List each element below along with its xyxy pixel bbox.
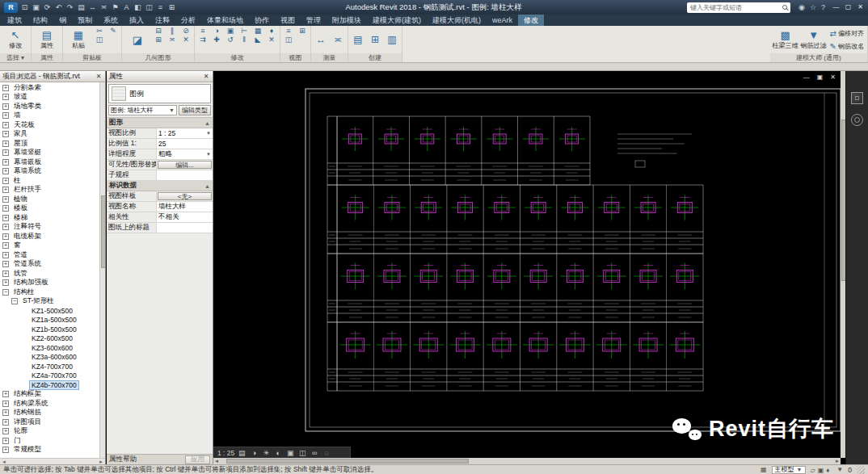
tree-expander-icon[interactable]: + [2,122,9,128]
property-value[interactable]: 墙柱大样 [157,202,213,212]
tab-协作[interactable]: 协作 [249,15,275,26]
undo-icon[interactable]: ↶ [54,2,63,13]
scrollbar-thumb[interactable] [226,459,469,464]
property-value[interactable] [157,170,213,180]
tag-icon[interactable]: ⚑ [111,2,120,13]
tab-建筑[interactable]: 建筑 [2,15,27,26]
browser-tree-item[interactable]: KZ1-500x500 [0,306,105,316]
tree-expander-icon[interactable]: + [2,409,9,416]
tree-horizontal-scrollbar[interactable]: ◄ ► [0,458,105,464]
demolish-button[interactable]: ✕ [180,36,192,44]
ribbon-panel-label[interactable]: 视图 [280,53,310,62]
browser-tree-item[interactable]: KZ3-600x600 [0,343,105,353]
tree-expander-icon[interactable]: + [2,261,9,267]
property-section-header[interactable]: 图形▲ [107,118,213,128]
tree-expander-icon[interactable]: + [2,401,9,407]
redo-icon[interactable]: ↷ [65,2,74,13]
tree-expander-icon[interactable]: + [2,252,9,258]
tree-expander-icon[interactable]: + [2,178,9,184]
properties-header[interactable]: 属性 ✕ [107,71,213,82]
view-restore-icon[interactable]: ▣ [817,73,824,81]
match-type-button[interactable]: ✎ [107,27,119,36]
tree-expander-icon[interactable]: + [2,391,9,397]
tree-expander-icon[interactable]: + [2,447,9,453]
favorites-icon[interactable]: ☆ [810,3,816,11]
tree-expander-icon[interactable]: + [2,279,9,286]
resize-grip[interactable] [857,466,865,474]
tree-expander-icon[interactable]: + [2,187,9,193]
view-scale[interactable]: 1 : 25 [217,449,234,457]
property-value[interactable]: 不相关 [157,212,213,222]
tab-管理[interactable]: 管理 [301,15,327,26]
tab-系统[interactable]: 系统 [98,15,124,26]
property-value-button[interactable]: 编辑... [158,161,212,169]
rebar-filter-button[interactable]: ▼钢筋过滤 [801,27,827,52]
tree-expander-icon[interactable]: + [2,224,9,230]
property-value-button[interactable]: <无> [158,192,212,200]
browser-tree-item[interactable]: KZ3a-600x600 [0,353,105,363]
modify-button[interactable]: ↖修改 [2,27,28,52]
align-button[interactable]: ≡ [197,27,209,36]
browser-tree-item[interactable]: KZ1b-500x500 [0,325,105,334]
column-beam-3d-button[interactable]: ▩柱梁三维 [773,27,798,52]
detail-group-button[interactable]: ⊞ [368,27,382,52]
tab-修改[interactable]: 修改 [518,15,544,26]
save-icon[interactable]: ▣ [32,2,40,13]
move-button[interactable]: ✚ [211,36,222,44]
mirror-button[interactable]: ◑ [211,27,222,36]
close-hidden-windows-button[interactable]: ◫ [283,36,294,44]
select-links-toggle-icon[interactable]: ▱ [811,467,815,474]
tab-结构[interactable]: 结构 [27,15,53,26]
tree-expander-icon[interactable]: + [2,85,9,91]
scale-button[interactable]: ◣ [252,36,263,44]
paste-button[interactable]: ▦粘贴 [65,27,91,52]
array-button[interactable]: ▦ [252,27,263,36]
tree-expander-icon[interactable]: + [2,428,9,434]
tree-expander-icon[interactable]: + [2,196,9,203]
sun-path-icon[interactable]: ☀ [261,449,271,457]
scroll-left-icon[interactable]: ◄ [2,459,6,464]
browser-tree-item[interactable]: −ST-矩形柱 [0,297,105,307]
ribbon-panel-label[interactable]: 建模大师 (通用) [770,53,867,62]
shadows-icon[interactable]: ◐ [273,449,283,457]
open-icon[interactable]: ⊡ [20,2,29,13]
thin-lines-icon[interactable]: ≡ [156,2,165,13]
select-underlay-toggle-icon[interactable]: ▣ [818,467,824,474]
apply-button[interactable]: 应用 [185,455,210,464]
rotate-button[interactable]: ↺ [225,36,236,44]
split-button[interactable]: ‖ [238,36,250,44]
default-3d-view-icon[interactable]: ◧ [133,2,142,13]
tree-expander-icon[interactable]: + [2,103,9,110]
offset-align-button[interactable]: ⇄偏移对齐 [829,27,865,40]
tab-建模大师(建筑)[interactable]: 建模大师(建筑) [367,15,427,26]
legend-component-button[interactable]: ▤ [351,27,365,52]
scroll-left-icon[interactable]: ◄ [213,459,220,464]
dimension-icon[interactable]: ≍ [99,2,108,13]
close-icon[interactable]: ✕ [95,73,103,80]
worksets-icon[interactable]: ▦ [761,466,767,473]
copy-button[interactable]: ◫ [94,36,105,44]
browser-tree-item[interactable]: KZ4a-700x700 [0,371,105,381]
tree-expander-icon[interactable]: + [2,205,9,212]
ribbon-panel-label[interactable]: 测量 [311,53,348,62]
minimize-icon[interactable]: — [830,1,842,14]
thin-lines-button[interactable]: ≡ [283,27,294,36]
tab-附加模块[interactable]: 附加模块 [327,15,367,26]
tab-注释[interactable]: 注释 [150,15,175,26]
browser-tree-item[interactable]: KZ1a-500x500 [0,316,105,325]
project-browser-header[interactable]: 项目浏览器 - 钢筋测试.rvt ✕ [0,71,105,82]
scroll-right-icon[interactable]: ► [99,459,103,464]
select-pinned-toggle-icon[interactable]: ♦ [826,467,829,474]
section-icon[interactable]: ◫ [145,2,154,13]
canvas-horizontal-scrollbar[interactable]: ◄ ► [213,458,841,464]
tree-expander-icon[interactable]: + [2,419,9,426]
tree-expander-icon[interactable]: − [2,289,9,296]
property-value[interactable]: 1 : 25▼ [157,128,213,138]
tree-expander-icon[interactable]: + [2,215,9,221]
maximize-icon[interactable]: ▢ [842,1,854,14]
crop-region-visibility-icon[interactable]: ◫ [297,449,307,457]
pin-button[interactable]: ♦ [266,27,277,36]
help-icon[interactable]: ? [821,3,825,11]
view-close-icon[interactable]: ✕ [830,73,836,81]
offset-button[interactable]: ⇉ [197,36,209,44]
